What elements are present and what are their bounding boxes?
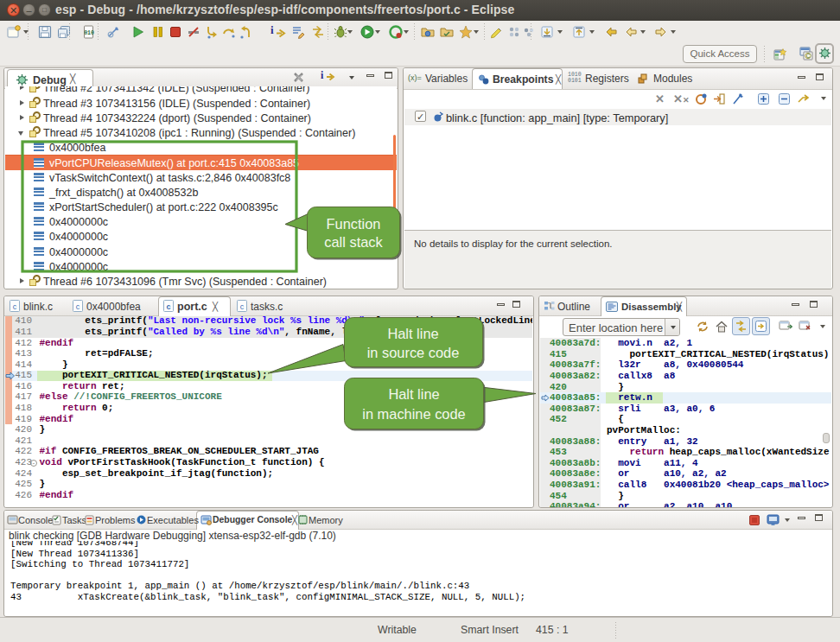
svg-text:C: C — [806, 53, 811, 59]
svg-text:c: c — [76, 302, 80, 311]
svg-text:c: c — [13, 302, 17, 311]
svg-text:010: 010 — [84, 30, 94, 36]
svg-text:c: c — [240, 302, 245, 311]
svg-text:c: c — [166, 302, 170, 311]
